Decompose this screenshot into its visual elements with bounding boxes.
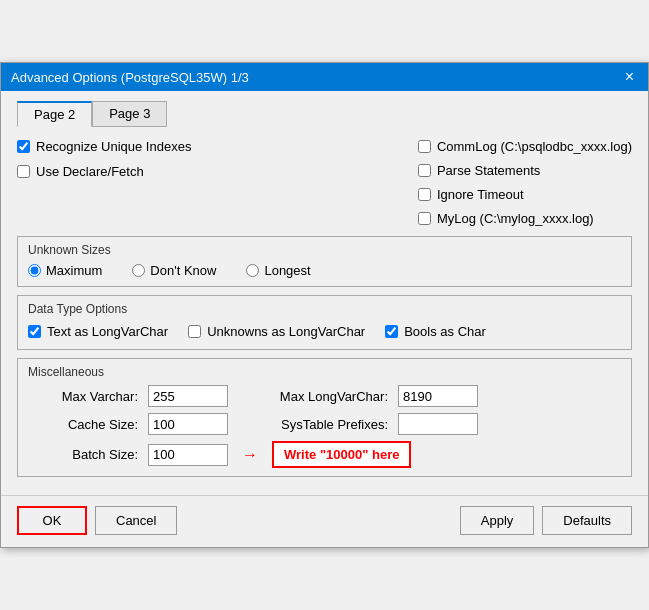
radio-input-dont-know[interactable] <box>132 264 145 277</box>
label-max-varchar: Max Varchar: <box>28 389 138 404</box>
tab-page3[interactable]: Page 3 <box>92 101 167 127</box>
option-parse-stmts: Parse Statements <box>418 161 632 180</box>
input-max-varchar[interactable] <box>148 385 228 407</box>
option-unknowns-as-long: Unknowns as LongVarChar <box>188 322 365 341</box>
checkbox-unknowns-as-long[interactable] <box>188 325 201 338</box>
datatype-legend: Data Type Options <box>28 302 621 316</box>
unknown-sizes-legend: Unknown Sizes <box>28 243 621 257</box>
label-mylog: MyLog (C:\mylog_xxxx.log) <box>437 211 594 226</box>
option-recognize-unique: Recognize Unique Indexes <box>17 137 398 156</box>
option-text-as-long: Text as LongVarChar <box>28 322 168 341</box>
checkbox-parse-stmts[interactable] <box>418 164 431 177</box>
callout-box: Write "10000" here <box>272 441 411 468</box>
label-longest: Longest <box>264 263 310 278</box>
option-ignore-timeout: Ignore Timeout <box>418 185 632 204</box>
misc-row-3: Batch Size: → Write "10000" here <box>28 441 621 468</box>
radio-maximum: Maximum <box>28 263 102 278</box>
dialog-title: Advanced Options (PostgreSQL35W) 1/3 <box>11 70 249 85</box>
radio-row-unknown-sizes: Maximum Don't Know Longest <box>28 263 621 278</box>
checkbox-mylog[interactable] <box>418 212 431 225</box>
apply-button[interactable]: Apply <box>460 506 535 535</box>
radio-dont-know: Don't Know <box>132 263 216 278</box>
button-row: OK Cancel Apply Defaults <box>1 495 648 547</box>
title-bar: Advanced Options (PostgreSQL35W) 1/3 × <box>1 63 648 91</box>
label-commlog: CommLog (C:\psqlodbc_xxxx.log) <box>437 139 632 154</box>
radio-input-maximum[interactable] <box>28 264 41 277</box>
miscellaneous-section: Miscellaneous Max Varchar: Max LongVarCh… <box>17 358 632 477</box>
close-button[interactable]: × <box>621 69 638 85</box>
option-use-declare: Use Declare/Fetch <box>17 162 398 181</box>
checkbox-ignore-timeout[interactable] <box>418 188 431 201</box>
label-systable-prefixes: SysTable Prefixes: <box>258 417 388 432</box>
callout-arrow: → <box>242 446 258 464</box>
unknown-sizes-section: Unknown Sizes Maximum Don't Know Longest <box>17 236 632 287</box>
checkbox-bools-as-char[interactable] <box>385 325 398 338</box>
input-systable-prefixes[interactable] <box>398 413 478 435</box>
label-batch-size: Batch Size: <box>28 447 138 462</box>
label-dont-know: Don't Know <box>150 263 216 278</box>
label-unknowns-as-long: Unknowns as LongVarChar <box>207 324 365 339</box>
dialog-body: Page 2 Page 3 Recognize Unique Indexes U… <box>1 91 648 495</box>
label-parse-stmts: Parse Statements <box>437 163 540 178</box>
top-options: Recognize Unique Indexes Use Declare/Fet… <box>17 137 632 228</box>
input-cache-size[interactable] <box>148 413 228 435</box>
label-ignore-timeout: Ignore Timeout <box>437 187 524 202</box>
input-max-longvarchar[interactable] <box>398 385 478 407</box>
radio-input-longest[interactable] <box>246 264 259 277</box>
tab-page2[interactable]: Page 2 <box>17 101 92 127</box>
checkbox-use-declare[interactable] <box>17 165 30 178</box>
defaults-button[interactable]: Defaults <box>542 506 632 535</box>
checkbox-recognize-unique[interactable] <box>17 140 30 153</box>
dialog: Advanced Options (PostgreSQL35W) 1/3 × P… <box>0 62 649 548</box>
cancel-button[interactable]: Cancel <box>95 506 177 535</box>
label-recognize-unique: Recognize Unique Indexes <box>36 139 191 154</box>
label-cache-size: Cache Size: <box>28 417 138 432</box>
callout-text: Write "10000" here <box>284 447 399 462</box>
label-max-longvarchar: Max LongVarChar: <box>258 389 388 404</box>
datatype-section: Data Type Options Text as LongVarChar Un… <box>17 295 632 350</box>
checkbox-commlog[interactable] <box>418 140 431 153</box>
label-maximum: Maximum <box>46 263 102 278</box>
input-batch-size[interactable] <box>148 444 228 466</box>
misc-row-2: Cache Size: SysTable Prefixes: <box>28 413 621 435</box>
misc-legend: Miscellaneous <box>28 365 621 379</box>
datatype-row: Text as LongVarChar Unknowns as LongVarC… <box>28 322 621 341</box>
ok-button[interactable]: OK <box>17 506 87 535</box>
option-mylog: MyLog (C:\mylog_xxxx.log) <box>418 209 632 228</box>
option-commlog: CommLog (C:\psqlodbc_xxxx.log) <box>418 137 632 156</box>
label-text-as-long: Text as LongVarChar <box>47 324 168 339</box>
label-bools-as-char: Bools as Char <box>404 324 486 339</box>
right-checks: CommLog (C:\psqlodbc_xxxx.log) Parse Sta… <box>418 137 632 228</box>
option-bools-as-char: Bools as Char <box>385 322 486 341</box>
tabs-row: Page 2 Page 3 <box>17 101 632 127</box>
label-use-declare: Use Declare/Fetch <box>36 164 144 179</box>
left-checks: Recognize Unique Indexes Use Declare/Fet… <box>17 137 398 228</box>
misc-row-1: Max Varchar: Max LongVarChar: <box>28 385 621 407</box>
checkbox-text-as-long[interactable] <box>28 325 41 338</box>
radio-longest: Longest <box>246 263 310 278</box>
